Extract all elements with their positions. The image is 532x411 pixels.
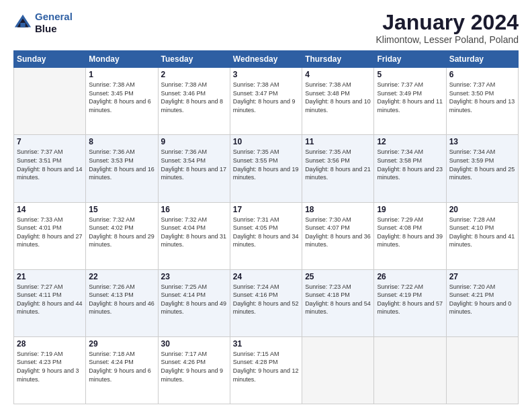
calendar-cell: 28Sunrise: 7:19 AM Sunset: 4:23 PM Dayli…: [14, 336, 86, 404]
logo-line1: General: [35, 11, 73, 22]
day-number: 22: [89, 272, 154, 281]
cell-info: Sunrise: 7:38 AM Sunset: 3:47 PM Dayligh…: [233, 81, 299, 114]
calendar-cell: [374, 336, 446, 404]
calendar-cell: 23Sunrise: 7:25 AM Sunset: 4:14 PM Dayli…: [158, 269, 230, 336]
cell-info: Sunrise: 7:34 AM Sunset: 3:59 PM Dayligh…: [449, 148, 515, 181]
calendar-cell: 15Sunrise: 7:32 AM Sunset: 4:02 PM Dayli…: [86, 202, 158, 269]
cell-info: Sunrise: 7:34 AM Sunset: 3:58 PM Dayligh…: [377, 148, 443, 181]
calendar-header-row: Sunday Monday Tuesday Wednesday Thursday…: [14, 51, 519, 68]
cell-info: Sunrise: 7:38 AM Sunset: 3:45 PM Dayligh…: [89, 81, 154, 114]
day-number: 29: [89, 339, 154, 349]
calendar-cell: 14Sunrise: 7:33 AM Sunset: 4:01 PM Dayli…: [14, 202, 86, 269]
col-sunday: Sunday: [14, 51, 86, 68]
calendar-cell: [446, 336, 518, 404]
header: General Blue January 2024 Klimontow, Les…: [13, 11, 519, 45]
calendar-cell: 24Sunrise: 7:24 AM Sunset: 4:16 PM Dayli…: [230, 269, 302, 336]
cell-info: Sunrise: 7:27 AM Sunset: 4:11 PM Dayligh…: [17, 283, 83, 316]
calendar-cell: 12Sunrise: 7:34 AM Sunset: 3:58 PM Dayli…: [374, 135, 446, 202]
logo-icon: [13, 13, 32, 32]
calendar-cell: 17Sunrise: 7:31 AM Sunset: 4:05 PM Dayli…: [230, 202, 302, 269]
calendar-cell: 4Sunrise: 7:38 AM Sunset: 3:48 PM Daylig…: [302, 68, 374, 135]
calendar-cell: 16Sunrise: 7:32 AM Sunset: 4:04 PM Dayli…: [158, 202, 230, 269]
calendar-cell: 29Sunrise: 7:18 AM Sunset: 4:24 PM Dayli…: [86, 336, 158, 404]
calendar-cell: 10Sunrise: 7:35 AM Sunset: 3:55 PM Dayli…: [230, 135, 302, 202]
calendar-cell: [14, 68, 86, 135]
day-number: 3: [233, 70, 299, 79]
day-number: 31: [233, 339, 299, 349]
calendar-cell: 26Sunrise: 7:22 AM Sunset: 4:19 PM Dayli…: [374, 269, 446, 336]
calendar-cell: 9Sunrise: 7:36 AM Sunset: 3:54 PM Daylig…: [158, 135, 230, 202]
cell-info: Sunrise: 7:36 AM Sunset: 3:54 PM Dayligh…: [161, 148, 227, 181]
calendar-cell: 25Sunrise: 7:23 AM Sunset: 4:18 PM Dayli…: [302, 269, 374, 336]
cell-info: Sunrise: 7:37 AM Sunset: 3:49 PM Dayligh…: [377, 81, 443, 114]
logo: General Blue: [13, 11, 73, 35]
day-number: 8: [89, 137, 154, 146]
day-number: 15: [89, 205, 154, 214]
calendar-cell: 7Sunrise: 7:37 AM Sunset: 3:51 PM Daylig…: [14, 135, 86, 202]
calendar-cell: 11Sunrise: 7:35 AM Sunset: 3:56 PM Dayli…: [302, 135, 374, 202]
calendar-cell: 30Sunrise: 7:17 AM Sunset: 4:26 PM Dayli…: [158, 336, 230, 404]
day-number: 25: [305, 272, 371, 281]
subtitle: Klimontow, Lesser Poland, Poland: [376, 34, 519, 45]
cell-info: Sunrise: 7:18 AM Sunset: 4:24 PM Dayligh…: [89, 350, 154, 383]
calendar-cell: 31Sunrise: 7:15 AM Sunset: 4:28 PM Dayli…: [230, 336, 302, 404]
cell-info: Sunrise: 7:35 AM Sunset: 3:55 PM Dayligh…: [233, 148, 299, 181]
col-monday: Monday: [86, 51, 158, 68]
day-number: 21: [17, 272, 83, 281]
cell-info: Sunrise: 7:28 AM Sunset: 4:10 PM Dayligh…: [449, 216, 515, 249]
day-number: 10: [233, 137, 299, 146]
calendar-cell: [302, 336, 374, 404]
cell-info: Sunrise: 7:19 AM Sunset: 4:23 PM Dayligh…: [17, 350, 83, 383]
cell-info: Sunrise: 7:25 AM Sunset: 4:14 PM Dayligh…: [161, 283, 227, 316]
day-number: 7: [17, 137, 83, 146]
calendar-cell: 27Sunrise: 7:20 AM Sunset: 4:21 PM Dayli…: [446, 269, 518, 336]
day-number: 19: [377, 205, 443, 214]
col-wednesday: Wednesday: [230, 51, 302, 68]
cell-info: Sunrise: 7:37 AM Sunset: 3:50 PM Dayligh…: [449, 81, 515, 114]
week-row-1: 1Sunrise: 7:38 AM Sunset: 3:45 PM Daylig…: [14, 68, 519, 135]
day-number: 6: [449, 70, 515, 79]
day-number: 26: [377, 272, 443, 281]
day-number: 17: [233, 205, 299, 214]
day-number: 28: [17, 339, 83, 349]
svg-rect-2: [20, 23, 25, 28]
calendar-cell: 19Sunrise: 7:29 AM Sunset: 4:08 PM Dayli…: [374, 202, 446, 269]
calendar-cell: 21Sunrise: 7:27 AM Sunset: 4:11 PM Dayli…: [14, 269, 86, 336]
week-row-5: 28Sunrise: 7:19 AM Sunset: 4:23 PM Dayli…: [14, 336, 519, 404]
day-number: 24: [233, 272, 299, 281]
cell-info: Sunrise: 7:32 AM Sunset: 4:04 PM Dayligh…: [161, 216, 227, 249]
day-number: 1: [89, 70, 154, 79]
day-number: 14: [17, 205, 83, 214]
calendar-cell: 20Sunrise: 7:28 AM Sunset: 4:10 PM Dayli…: [446, 202, 518, 269]
cell-info: Sunrise: 7:23 AM Sunset: 4:18 PM Dayligh…: [305, 283, 371, 316]
cell-info: Sunrise: 7:24 AM Sunset: 4:16 PM Dayligh…: [233, 283, 299, 316]
title-block: January 2024 Klimontow, Lesser Poland, P…: [376, 11, 519, 45]
day-number: 27: [449, 272, 515, 281]
col-friday: Friday: [374, 51, 446, 68]
cell-info: Sunrise: 7:38 AM Sunset: 3:48 PM Dayligh…: [305, 81, 371, 114]
cell-info: Sunrise: 7:35 AM Sunset: 3:56 PM Dayligh…: [305, 148, 371, 181]
day-number: 2: [161, 70, 227, 79]
calendar-table: Sunday Monday Tuesday Wednesday Thursday…: [13, 50, 519, 404]
day-number: 23: [161, 272, 227, 281]
calendar-cell: 5Sunrise: 7:37 AM Sunset: 3:49 PM Daylig…: [374, 68, 446, 135]
cell-info: Sunrise: 7:32 AM Sunset: 4:02 PM Dayligh…: [89, 216, 154, 249]
day-number: 4: [305, 70, 371, 79]
cell-info: Sunrise: 7:26 AM Sunset: 4:13 PM Dayligh…: [89, 283, 154, 316]
day-number: 11: [305, 137, 371, 146]
day-number: 13: [449, 137, 515, 146]
day-number: 9: [161, 137, 227, 146]
cell-info: Sunrise: 7:17 AM Sunset: 4:26 PM Dayligh…: [161, 350, 227, 383]
cell-info: Sunrise: 7:36 AM Sunset: 3:53 PM Dayligh…: [89, 148, 154, 181]
cell-info: Sunrise: 7:29 AM Sunset: 4:08 PM Dayligh…: [377, 216, 443, 249]
calendar-cell: 8Sunrise: 7:36 AM Sunset: 3:53 PM Daylig…: [86, 135, 158, 202]
day-number: 30: [161, 339, 227, 349]
cell-info: Sunrise: 7:15 AM Sunset: 4:28 PM Dayligh…: [233, 350, 299, 383]
day-number: 20: [449, 205, 515, 214]
col-saturday: Saturday: [446, 51, 518, 68]
day-number: 12: [377, 137, 443, 146]
week-row-4: 21Sunrise: 7:27 AM Sunset: 4:11 PM Dayli…: [14, 269, 519, 336]
calendar-cell: 3Sunrise: 7:38 AM Sunset: 3:47 PM Daylig…: [230, 68, 302, 135]
day-number: 5: [377, 70, 443, 79]
week-row-3: 14Sunrise: 7:33 AM Sunset: 4:01 PM Dayli…: [14, 202, 519, 269]
